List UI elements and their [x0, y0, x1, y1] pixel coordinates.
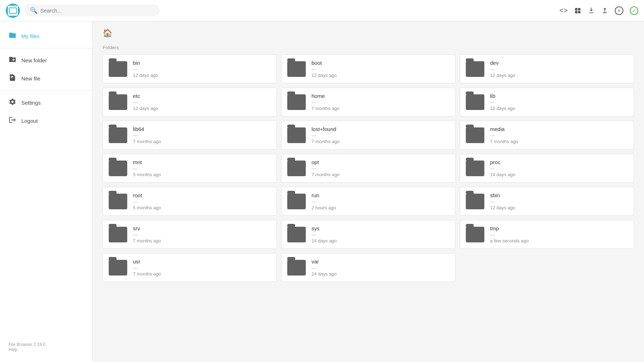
folder-info: sys — 14 days ago [311, 225, 449, 243]
folder-card[interactable]: boot — 12 days ago [281, 54, 455, 83]
folder-card[interactable]: lib64 — 7 months ago [103, 121, 277, 149]
breadcrumb: 🏠 [103, 28, 634, 38]
download-icon[interactable] [588, 7, 595, 14]
folder-card[interactable]: proc — 14 days ago [460, 154, 634, 183]
folder-info: sbin — 12 days ago [490, 192, 628, 210]
folder-time: 5 months ago [133, 172, 271, 177]
folder-dash: — [133, 166, 271, 171]
search-input[interactable] [40, 7, 154, 14]
folder-icon [109, 94, 127, 110]
folder-dash: — [490, 100, 628, 105]
folder-name: lib [490, 93, 628, 99]
folder-card[interactable]: root — 5 months ago [103, 187, 277, 216]
folder-time: 12 days ago [490, 205, 628, 210]
folder-name: mnt [133, 159, 271, 165]
folder-info: proc — 14 days ago [490, 159, 628, 177]
folder-time: 12 days ago [490, 106, 628, 111]
folder-card[interactable]: var — 14 days ago [281, 253, 455, 282]
folder-dash: — [311, 232, 449, 237]
folder-time: 12 days ago [490, 73, 628, 78]
folder-card[interactable]: usr — 7 months ago [103, 253, 277, 282]
search-bar[interactable]: 🔍 [24, 5, 160, 16]
folder-icon [466, 61, 484, 77]
folder-name: lost+found [311, 126, 449, 132]
folder-dash: — [490, 232, 628, 237]
folder-time: 7 months ago [311, 106, 449, 111]
folder-card[interactable]: home — 7 months ago [281, 88, 455, 116]
folder-card[interactable]: bin — 12 days ago [103, 54, 277, 83]
folder-time: 14 days ago [311, 238, 449, 243]
folder-info: lib — 12 days ago [490, 93, 628, 111]
folder-icon [287, 61, 306, 77]
folder-time: 7 months ago [311, 139, 449, 144]
folder-dash: — [133, 67, 271, 72]
folder-icon [287, 161, 306, 176]
folder-icon [9, 31, 16, 41]
folder-info: mnt — 5 months ago [133, 159, 271, 177]
folder-name: run [311, 192, 449, 198]
folder-card[interactable]: tmp — a few seconds ago [460, 220, 634, 249]
folder-icon [109, 260, 127, 276]
folder-name: lib64 [133, 126, 271, 132]
folder-card[interactable]: run — 2 hours ago [281, 187, 455, 216]
sidebar-help-link[interactable]: Help [9, 347, 17, 352]
folder-card[interactable]: mnt — 5 months ago [103, 154, 277, 183]
folder-dash: — [311, 67, 449, 72]
folder-card[interactable]: dev — 12 days ago [460, 54, 634, 83]
folder-icon [466, 94, 484, 110]
folder-dash: — [133, 265, 271, 271]
settings-icon [9, 98, 16, 107]
folder-dash: — [311, 100, 449, 105]
folder-dash: — [490, 199, 628, 204]
folder-dash: — [311, 166, 449, 171]
sidebar-item-settings[interactable]: Settings [0, 94, 92, 112]
folder-name: etc [133, 93, 271, 99]
folder-info: lib64 — 7 months ago [133, 126, 271, 144]
folder-info: srv — 7 months ago [133, 225, 271, 243]
folder-info: lost+found — 7 months ago [311, 126, 449, 144]
grid-icon[interactable] [574, 7, 581, 14]
folder-name: home [311, 93, 449, 99]
folder-info: media — 7 months ago [490, 126, 628, 144]
folder-card[interactable]: sys — 14 days ago [281, 220, 455, 249]
sidebar-item-logout[interactable]: Logout [0, 112, 92, 130]
upload-icon[interactable] [601, 7, 608, 14]
folder-card[interactable]: srv — 7 months ago [103, 220, 277, 249]
sidebar-item-my-files[interactable]: My files [0, 27, 92, 45]
folder-card[interactable]: lost+found — 7 months ago [281, 121, 455, 149]
sidebar-version: File Browser 2.19.0 [9, 342, 84, 347]
folder-dash: — [311, 265, 449, 271]
sidebar-item-new-folder[interactable]: New folder [0, 51, 92, 69]
new-file-icon [9, 74, 16, 83]
check-icon[interactable]: ✓ [630, 6, 638, 15]
folder-card[interactable]: lib — 12 days ago [460, 88, 634, 116]
info-icon[interactable]: i [615, 6, 623, 15]
folder-time: 12 days ago [133, 106, 271, 111]
folder-card[interactable]: opt — 7 months ago [281, 154, 455, 183]
folder-time: 7 months ago [133, 238, 271, 243]
folder-info: bin — 12 days ago [133, 60, 271, 78]
folder-info: tmp — a few seconds ago [490, 225, 628, 243]
breadcrumb-home[interactable]: 🏠 [103, 28, 112, 38]
folder-dash: — [133, 199, 271, 204]
folder-icon [287, 227, 306, 242]
folder-card[interactable]: etc — 12 days ago [103, 88, 277, 116]
folder-dash: — [311, 199, 449, 204]
sidebar-divider-1 [0, 48, 92, 48]
folder-time: 14 days ago [311, 271, 449, 277]
folder-card[interactable]: sbin — 12 days ago [460, 187, 634, 216]
sidebar-my-files-label: My files [21, 33, 40, 39]
folder-info: run — 2 hours ago [311, 192, 449, 210]
folder-name: root [133, 192, 271, 198]
folder-card[interactable]: media — 7 months ago [460, 121, 634, 149]
header: 🔍 <> i ✓ [0, 0, 644, 21]
sidebar-item-new-file[interactable]: New file [0, 69, 92, 88]
app-logo[interactable] [6, 4, 20, 18]
folder-icon [466, 127, 484, 143]
folder-dash: — [133, 100, 271, 105]
folder-name: dev [490, 60, 628, 66]
folders-grid: bin — 12 days ago boot — 12 days ago dev… [103, 54, 634, 282]
folder-info: etc — 12 days ago [133, 93, 271, 111]
sidebar-divider-2 [0, 90, 92, 91]
code-icon[interactable]: <> [560, 6, 568, 15]
